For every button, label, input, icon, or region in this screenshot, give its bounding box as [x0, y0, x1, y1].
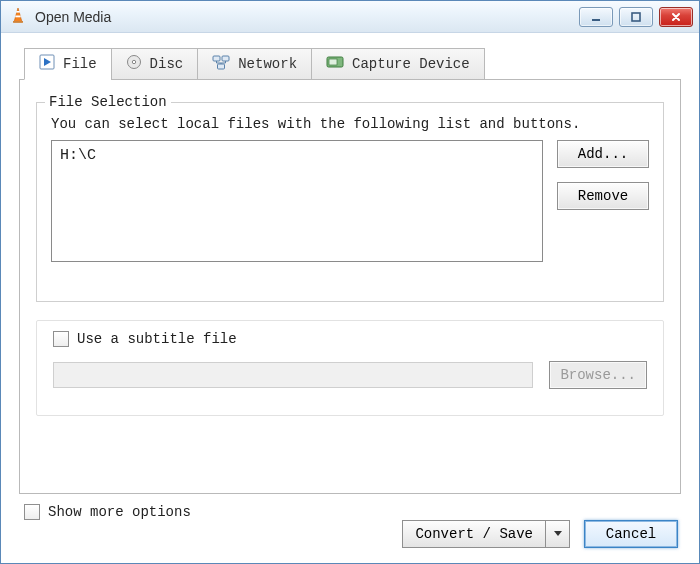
- close-button[interactable]: [659, 7, 693, 27]
- chevron-down-icon: [553, 526, 563, 542]
- svg-rect-14: [329, 59, 337, 65]
- svg-rect-4: [592, 19, 600, 21]
- svg-rect-12: [218, 64, 225, 69]
- tab-capture-label: Capture Device: [352, 56, 470, 72]
- tab-file[interactable]: File: [24, 48, 112, 80]
- svg-marker-15: [554, 531, 562, 536]
- file-play-icon: [39, 54, 55, 74]
- tab-disc-label: Disc: [150, 56, 184, 72]
- use-subtitle-label: Use a subtitle file: [77, 331, 237, 347]
- file-selection-legend: File Selection: [45, 94, 171, 110]
- show-more-options-label: Show more options: [48, 504, 191, 520]
- open-media-window: Open Media File: [0, 0, 700, 564]
- use-subtitle-checkbox[interactable]: Use a subtitle file: [53, 331, 647, 347]
- svg-rect-3: [13, 21, 23, 23]
- svg-rect-5: [632, 13, 640, 21]
- convert-save-split-button: Convert / Save: [402, 520, 570, 548]
- tab-disc[interactable]: Disc: [111, 48, 199, 80]
- network-icon: [212, 54, 230, 74]
- file-list-item[interactable]: H:\C: [60, 147, 534, 164]
- tab-network-label: Network: [238, 56, 297, 72]
- disc-icon: [126, 54, 142, 74]
- subtitle-group: Use a subtitle file Browse...: [36, 320, 664, 416]
- tab-network[interactable]: Network: [197, 48, 312, 80]
- capture-device-icon: [326, 54, 344, 74]
- titlebar: Open Media: [1, 1, 699, 33]
- maximize-button[interactable]: [619, 7, 653, 27]
- svg-rect-11: [222, 56, 229, 61]
- svg-marker-0: [14, 8, 22, 22]
- svg-rect-2: [15, 15, 20, 17]
- file-selection-helper: You can select local files with the foll…: [51, 116, 649, 132]
- svg-rect-1: [16, 11, 20, 13]
- checkbox-icon: [53, 331, 69, 347]
- window-title: Open Media: [35, 9, 579, 25]
- subtitle-path-input: [53, 362, 533, 388]
- tab-file-label: File: [63, 56, 97, 72]
- vlc-cone-icon: [9, 6, 27, 28]
- tab-strip: File Disc: [24, 48, 485, 80]
- browse-subtitle-button: Browse...: [549, 361, 647, 389]
- file-selection-group: File Selection You can select local file…: [36, 94, 664, 302]
- cancel-button[interactable]: Cancel: [584, 520, 678, 548]
- file-list[interactable]: H:\C: [51, 140, 543, 262]
- convert-save-button[interactable]: Convert / Save: [402, 520, 546, 548]
- window-buttons: [579, 7, 693, 27]
- dialog-footer: Convert / Save Cancel: [402, 520, 678, 548]
- add-button[interactable]: Add...: [557, 140, 649, 168]
- tab-capture[interactable]: Capture Device: [311, 48, 485, 80]
- tab-panel-file: File Selection You can select local file…: [19, 79, 681, 494]
- svg-point-9: [132, 60, 135, 63]
- checkbox-icon: [24, 504, 40, 520]
- remove-button[interactable]: Remove: [557, 182, 649, 210]
- show-more-options-checkbox[interactable]: Show more options: [24, 504, 191, 520]
- client-area: File Disc: [2, 34, 698, 562]
- svg-rect-10: [213, 56, 220, 61]
- minimize-button[interactable]: [579, 7, 613, 27]
- convert-save-dropdown[interactable]: [546, 520, 570, 548]
